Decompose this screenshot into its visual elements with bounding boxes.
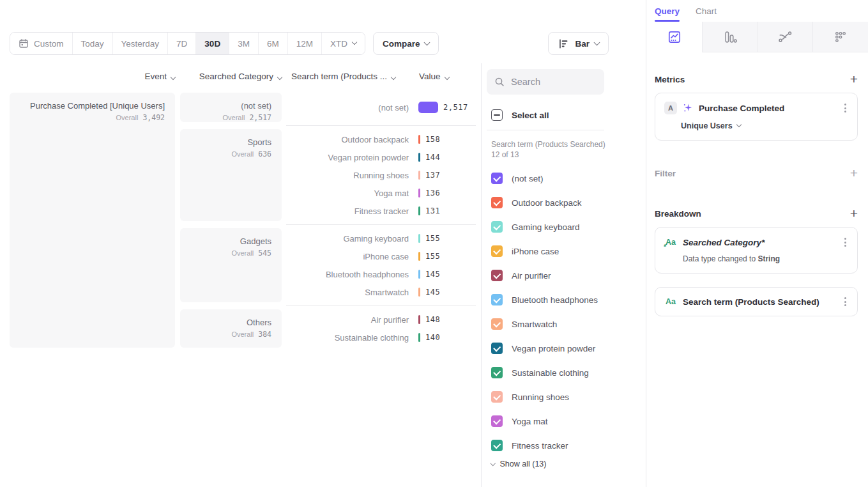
- segment-checkbox-item[interactable]: Running shoes: [487, 385, 646, 409]
- event-name: Purchase Completed [Unique Users]: [10, 101, 165, 111]
- compare-button[interactable]: Compare: [373, 32, 439, 55]
- data-type-note: Data type changed to String: [683, 254, 848, 263]
- segment-checkbox-item[interactable]: Smartwatch: [487, 312, 646, 336]
- add-metric-button[interactable]: +: [850, 74, 858, 84]
- checkbox-checked-icon[interactable]: [491, 318, 503, 330]
- column-header-value[interactable]: Value: [419, 72, 449, 81]
- checkbox-checked-icon[interactable]: [491, 197, 503, 208]
- string-property-icon: Aa*: [664, 238, 677, 247]
- search-input[interactable]: [511, 77, 594, 87]
- metric-menu-button[interactable]: [842, 102, 848, 114]
- segment-label: Gaming keyboard: [512, 222, 580, 232]
- metric-card[interactable]: A Purchase Completed Unique Users: [655, 93, 858, 141]
- metrics-heading: Metrics: [655, 75, 685, 84]
- term-label: Vegan protein powder: [286, 153, 409, 162]
- category-overall: Overall636: [180, 150, 271, 158]
- value-text: 158: [425, 135, 440, 144]
- report-tab-funnels[interactable]: [703, 22, 758, 52]
- checkbox-checked-icon[interactable]: [491, 415, 503, 427]
- range-custom[interactable]: Custom: [10, 33, 72, 54]
- checkbox-checked-icon[interactable]: [491, 173, 503, 184]
- term-label: Outdoor backpack: [286, 135, 409, 144]
- range-xtd[interactable]: XTD: [321, 33, 365, 54]
- segment-checkbox-item[interactable]: Air purifier: [487, 263, 646, 288]
- segment-checkbox-item[interactable]: Gaming keyboard: [487, 215, 646, 239]
- category-overall: Overall545: [180, 249, 271, 258]
- range-7d[interactable]: 7D: [167, 33, 195, 54]
- value-text: 140: [425, 333, 440, 342]
- term-label: Sustainable clothing: [286, 333, 409, 343]
- term-rows: (not set)2,517: [286, 93, 476, 122]
- checkbox-checked-icon[interactable]: [491, 391, 503, 403]
- segment-checkbox-item[interactable]: Bluetooth headphones: [487, 288, 646, 312]
- select-all-checkbox[interactable]: [491, 109, 503, 121]
- range-today[interactable]: Today: [72, 33, 112, 54]
- column-header-searched-category[interactable]: Searched Category: [180, 72, 282, 81]
- range-6m[interactable]: 6M: [258, 33, 287, 54]
- checkbox-checked-icon[interactable]: [491, 221, 503, 233]
- range-12m[interactable]: 12M: [287, 33, 321, 54]
- segment-checkbox-item[interactable]: Vegan protein powder: [487, 336, 646, 360]
- report-tab-retention[interactable]: [812, 22, 868, 52]
- value-bar: [418, 153, 420, 162]
- checkbox-checked-icon[interactable]: [491, 294, 503, 305]
- value-bar: [418, 270, 420, 279]
- segment-label: Yoga mat: [512, 417, 548, 426]
- checkbox-checked-icon[interactable]: [491, 440, 503, 451]
- category-cell: SportsOverall636: [180, 129, 282, 221]
- checkbox-checked-icon[interactable]: [491, 367, 503, 378]
- category-name: (not set): [180, 101, 271, 111]
- column-header-search-term[interactable]: Search term (Products ...: [291, 72, 395, 81]
- checkbox-checked-icon[interactable]: [491, 245, 503, 257]
- horizontal-bar-chart-icon: [558, 38, 570, 50]
- segment-checkbox-item[interactable]: iPhone case: [487, 239, 646, 263]
- chevron-down-icon: [424, 39, 430, 45]
- range-30d[interactable]: 30D: [195, 33, 229, 54]
- table-row: Outdoor backpack158: [286, 130, 476, 148]
- breakdown-menu-button[interactable]: [842, 236, 848, 249]
- segment-checkbox-item[interactable]: Fitness tracker: [487, 433, 646, 458]
- add-filter-button[interactable]: +: [850, 168, 858, 178]
- add-breakdown-button[interactable]: +: [850, 208, 858, 219]
- show-all-toggle[interactable]: Show all (13): [487, 460, 646, 468]
- segment-group-label: Search term (Products Searched) 12 of 13: [487, 139, 605, 160]
- report-tab-insights[interactable]: [647, 22, 703, 52]
- filter-section-header: Filter +: [655, 168, 858, 178]
- segment-checkbox-item[interactable]: Sustainable clothing: [487, 360, 646, 385]
- segment-label: Bluetooth headphones: [512, 295, 598, 305]
- tab-chart[interactable]: Chart: [696, 6, 717, 22]
- table-row: Air purifier148: [286, 311, 476, 329]
- chart-type-button[interactable]: Bar: [548, 32, 609, 55]
- select-all-row[interactable]: Select all: [487, 109, 646, 121]
- search-box[interactable]: [487, 69, 604, 95]
- aggregation-dropdown[interactable]: Unique Users: [681, 121, 848, 130]
- category-cell: GadgetsOverall545: [180, 228, 282, 302]
- value-text: 131: [425, 206, 440, 215]
- segment-checkbox-list: (not set)Outdoor backpackGaming keyboard…: [487, 166, 646, 458]
- segment-label: Air purifier: [512, 271, 551, 281]
- chevron-down-icon: [277, 75, 282, 80]
- breakdown-card[interactable]: AaSearch term (Products Searched): [655, 287, 858, 316]
- segment-checkbox-item[interactable]: (not set): [487, 166, 646, 190]
- checkbox-checked-icon[interactable]: [491, 343, 503, 354]
- breakdown-card-list: Aa*Searched Category*Data type changed t…: [655, 227, 858, 316]
- range-3m[interactable]: 3M: [229, 33, 258, 54]
- segment-label: Smartwatch: [512, 320, 557, 329]
- divider: [487, 130, 604, 130]
- date-range-control: CustomTodayYesterday7D30D3M6M12MXTD: [10, 32, 365, 55]
- band: SportsOverall636Outdoor backpack158Vegan…: [180, 129, 476, 221]
- report-tab-flows[interactable]: [758, 22, 813, 52]
- metrics-section-header: Metrics +: [655, 74, 858, 84]
- column-header-event[interactable]: Event: [10, 72, 175, 81]
- range-yesterday[interactable]: Yesterday: [112, 33, 168, 54]
- tab-query[interactable]: Query: [655, 6, 680, 22]
- value-bar: [418, 234, 420, 243]
- breakdown-menu-button[interactable]: [842, 295, 848, 308]
- segment-checkbox-item[interactable]: Outdoor backpack: [487, 190, 646, 215]
- segment-filter-panel: Select all Search term (Products Searche…: [487, 63, 646, 487]
- checkbox-checked-icon[interactable]: [491, 270, 503, 281]
- breakdown-card[interactable]: Aa*Searched Category*Data type changed t…: [655, 227, 858, 274]
- segment-checkbox-item[interactable]: Yoga mat: [487, 409, 646, 433]
- term-label: Yoga mat: [286, 189, 409, 198]
- category-overall: Overall2,517: [180, 113, 271, 122]
